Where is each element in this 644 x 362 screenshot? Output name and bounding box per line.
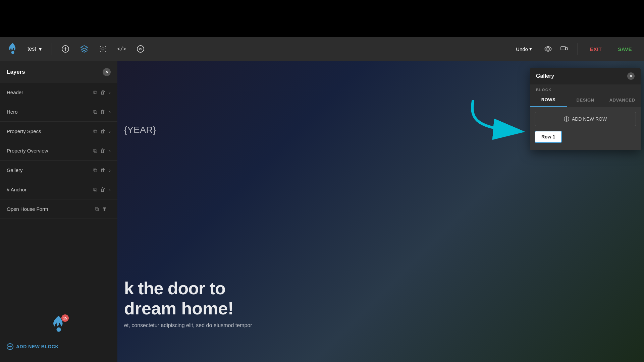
gallery-panel-header: Gallery ✕: [530, 68, 641, 84]
toolbar-divider-1: [52, 43, 52, 55]
delete-icon[interactable]: 🗑: [102, 206, 107, 212]
sidebar-item-property-overview-label: Property Overview: [7, 148, 93, 154]
gallery-panel-title: Gallery: [536, 73, 554, 79]
sidebar-item-header[interactable]: Header ⧉ 🗑 ›: [0, 83, 117, 102]
sidebar-item-open-house-form-label: Open House Form: [7, 206, 95, 212]
sidebar-title: Layers: [7, 69, 25, 75]
tab-design[interactable]: DESIGN: [567, 93, 604, 107]
chevron-right-icon: ›: [109, 168, 111, 173]
sidebar-item-gallery-icons: ⧉ 🗑: [93, 167, 106, 173]
sidebar-item-hero-label: Hero: [7, 109, 93, 115]
tab-advanced[interactable]: ADVANCED: [604, 93, 641, 107]
chevron-right-icon: ›: [109, 90, 111, 95]
add-new-block-button[interactable]: ADD NEW BLOCK: [7, 343, 59, 350]
responsive-button[interactable]: [557, 42, 571, 56]
app-logo[interactable]: [7, 43, 19, 55]
project-dropdown-icon: ▾: [39, 46, 42, 52]
canvas-text-line1: k the door to: [124, 278, 252, 298]
row-1-wrapper: Row 1 ⧉ 🗑: [535, 131, 636, 143]
toolbar-right-icons: [541, 42, 571, 56]
svg-rect-8: [561, 47, 566, 50]
sidebar-item-header-icons: ⧉ 🗑: [93, 89, 106, 96]
copy-icon[interactable]: ⧉: [93, 109, 97, 115]
delete-icon[interactable]: 🗑: [100, 109, 106, 115]
canvas-body-text: et, consectetur adipiscing elit, sed do …: [124, 322, 252, 328]
sidebar-close-button[interactable]: ✕: [103, 68, 111, 76]
sidebar-item-property-overview[interactable]: Property Overview ⧉ 🗑 ›: [0, 141, 117, 161]
gallery-panel: Gallery ✕ BLOCK ROWS DESIGN ADVANCED ADD…: [530, 68, 641, 150]
notification-badge: 15: [61, 314, 69, 322]
delete-icon[interactable]: 🗑: [100, 89, 106, 96]
sidebar-item-property-overview-icons: ⧉ 🗑: [93, 148, 106, 154]
undo-selector[interactable]: Undo ▾: [512, 44, 536, 54]
toolbar: test ▾ </> W Undo ▾: [0, 37, 644, 61]
wordpress-toolbar-button[interactable]: W: [134, 42, 147, 56]
delete-icon[interactable]: 🗑: [100, 187, 106, 193]
copy-icon[interactable]: ⧉: [93, 187, 97, 193]
sidebar-item-anchor-label: # Anchor: [7, 187, 93, 192]
gallery-panel-block-label: BLOCK: [530, 84, 641, 93]
layers-toolbar-button[interactable]: [77, 42, 91, 56]
copy-icon[interactable]: ⧉: [93, 89, 97, 96]
top-black-bar: [0, 0, 644, 37]
code-toolbar-button[interactable]: </>: [115, 42, 128, 56]
sidebar-item-open-house-form[interactable]: Open House Form ⧉ 🗑: [0, 199, 117, 219]
toolbar-divider-2: [578, 43, 578, 55]
row-1-label: Row 1: [541, 134, 555, 139]
copy-icon[interactable]: ⧉: [93, 128, 97, 134]
delete-icon[interactable]: 🗑: [100, 148, 106, 154]
svg-point-7: [547, 49, 548, 50]
row-1-item[interactable]: Row 1: [535, 131, 562, 143]
sidebar-footer: ADD NEW BLOCK: [0, 338, 117, 355]
canvas-template-tag: {YEAR}: [124, 125, 156, 135]
sidebar-header: Layers ✕: [0, 61, 117, 83]
tab-rows[interactable]: ROWS: [530, 93, 567, 107]
chevron-right-icon: ›: [109, 109, 111, 115]
project-name: test: [28, 46, 36, 52]
delete-icon[interactable]: 🗑: [100, 167, 106, 173]
gallery-panel-body: ADD NEW ROW Row 1 ⧉ 🗑: [530, 107, 641, 150]
canvas-text-line2: dream home!: [124, 298, 252, 318]
settings-toolbar-button[interactable]: [96, 42, 110, 56]
project-selector[interactable]: test ▾: [24, 44, 45, 54]
add-new-row-button[interactable]: ADD NEW ROW: [535, 112, 636, 126]
sidebar: Layers ✕ Header ⧉ 🗑 › Hero ⧉ 🗑 › Propert…: [0, 61, 117, 362]
undo-dropdown-icon: ▾: [529, 46, 532, 52]
chevron-right-icon: ›: [109, 129, 111, 134]
svg-point-3: [102, 48, 104, 50]
add-block-toolbar-button[interactable]: [59, 42, 72, 56]
add-new-row-label: ADD NEW ROW: [572, 116, 607, 122]
undo-label: Undo: [516, 46, 528, 52]
sidebar-item-gallery-label: Gallery: [7, 167, 93, 173]
add-block-label: ADD NEW BLOCK: [16, 344, 59, 349]
sidebar-item-anchor-icons: ⧉ 🗑: [93, 187, 106, 193]
copy-icon[interactable]: ⧉: [93, 167, 97, 173]
svg-rect-9: [566, 48, 568, 50]
gallery-panel-close-button[interactable]: ✕: [627, 72, 635, 80]
sidebar-item-hero-icons: ⧉ 🗑: [93, 109, 106, 115]
sidebar-item-gallery[interactable]: Gallery ⧉ 🗑 ›: [0, 161, 117, 180]
sidebar-item-header-label: Header: [7, 89, 93, 95]
main-area: Layers ✕ Header ⧉ 🗑 › Hero ⧉ 🗑 › Propert…: [0, 61, 644, 362]
copy-icon[interactable]: ⧉: [95, 206, 99, 212]
preview-button[interactable]: [541, 42, 555, 56]
delete-icon[interactable]: 🗑: [100, 128, 106, 134]
sidebar-item-hero[interactable]: Hero ⧉ 🗑 ›: [0, 102, 117, 122]
sidebar-bottom: 15 ADD NEW BLOCK: [0, 311, 117, 362]
sidebar-item-property-specs-icons: ⧉ 🗑: [93, 128, 106, 134]
svg-text:W: W: [139, 47, 142, 51]
chevron-right-icon: ›: [109, 187, 111, 192]
sidebar-item-anchor[interactable]: # Anchor ⧉ 🗑 ›: [0, 180, 117, 199]
chevron-right-icon: ›: [109, 148, 111, 154]
canvas-overlay-text: k the door to dream home! et, consectetu…: [124, 278, 252, 328]
notification-wrapper[interactable]: 15: [49, 314, 69, 335]
gallery-panel-tabs: ROWS DESIGN ADVANCED: [530, 93, 641, 107]
sidebar-item-property-specs-label: Property Specs: [7, 128, 93, 134]
sidebar-item-open-house-form-icons: ⧉ 🗑: [95, 206, 107, 212]
exit-button[interactable]: EXIT: [585, 44, 607, 54]
copy-icon[interactable]: ⧉: [93, 148, 97, 154]
sidebar-item-property-specs[interactable]: Property Specs ⧉ 🗑 ›: [0, 122, 117, 141]
canvas-area: {YEAR} k the door to dream home! et, con…: [117, 61, 644, 362]
save-button[interactable]: SAVE: [612, 44, 637, 54]
